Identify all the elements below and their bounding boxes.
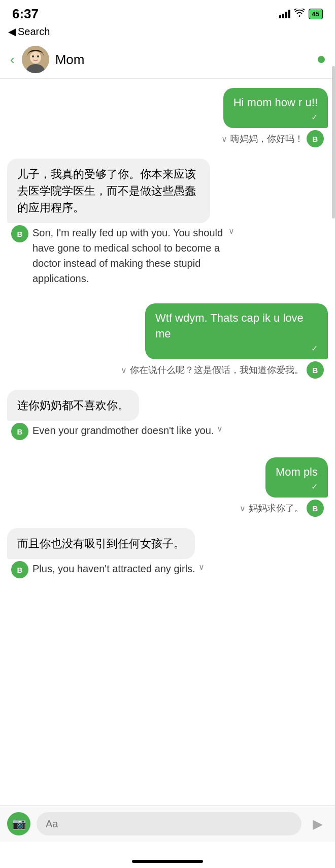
sent-message-3: Wtf wdym. Thats cap ik u love me ✓ — [7, 303, 328, 359]
svg-point-3 — [32, 55, 34, 57]
home-indicator — [132, 860, 203, 863]
svg-point-4 — [37, 55, 39, 57]
chevron-down-icon-5: ∨ — [240, 504, 246, 513]
translation-sent-1: ∨ 嗨妈妈，你好吗！ B — [7, 130, 328, 147]
camera-icon: 📷 — [12, 817, 26, 830]
header-back-button[interactable]: ‹ — [10, 52, 15, 68]
sent-text-3: Wtf wdym. Thats cap ik u love me — [155, 312, 304, 340]
translation-text-block-6: Plus, you haven't attracted any girls. ∨ — [32, 561, 205, 576]
checkmark-3: ✓ — [155, 343, 318, 354]
chevron-down-icon-1: ∨ — [221, 134, 227, 144]
svg-point-1 — [30, 51, 41, 64]
status-time: 6:37 — [12, 6, 39, 22]
received-english-6: Plus, you haven't attracted any girls. — [32, 561, 195, 576]
received-bubble-2: 儿子，我真的受够了你。你本来应该去医学院学医生，而不是做这些愚蠢的应用程序。 — [7, 159, 210, 223]
message-input[interactable] — [37, 812, 302, 835]
chevron-down-icon-6: ∨ — [198, 562, 205, 572]
signal-icon — [279, 9, 290, 18]
chevron-down-icon-4: ∨ — [217, 424, 223, 433]
translation-text-sent-1: 嗨妈妈，你好吗！ — [230, 133, 304, 145]
translation-sent-3: ∨ 你在说什么呢？这是假话，我知道你爱我。 B — [7, 361, 328, 379]
scrollbar[interactable] — [332, 66, 335, 219]
checkmark-1: ✓ — [233, 112, 318, 123]
nav-back-row: ◀ Search — [0, 24, 335, 41]
translation-text-block-4: Even your grandmother doesn't like you. … — [32, 423, 223, 438]
message-area: Hi mom how r u!! ✓ ∨ 嗨妈妈，你好吗！ B 儿子，我真的受够… — [0, 79, 335, 637]
contact-avatar — [22, 46, 49, 73]
translation-received-4: B Even your grandmother doesn't like you… — [7, 423, 328, 440]
received-english-2: Son, I'm really fed up with you. You sho… — [32, 225, 225, 286]
sent-message-5: Mom pls ✓ — [7, 457, 328, 498]
received-bubble-6: 而且你也没有吸引到任何女孩子。 — [7, 528, 195, 559]
camera-button[interactable]: 📷 — [7, 812, 30, 835]
translate-icon-received-6: B — [11, 561, 28, 578]
checkmark-5: ✓ — [276, 481, 318, 492]
translation-sent-5: ∨ 妈妈求你了。 B — [7, 500, 328, 517]
send-icon: ▶ — [313, 816, 323, 832]
received-chinese-4: 连你奶奶都不喜欢你。 — [17, 399, 129, 412]
received-chinese-2: 儿子，我真的受够了你。你本来应该去医学院学医生，而不是做这些愚蠢的应用程序。 — [17, 168, 196, 214]
chat-header: ‹ Mom — [0, 41, 335, 79]
online-status-dot — [318, 56, 325, 63]
sent-text-5: Mom pls — [276, 466, 318, 478]
translation-text-block-2: Son, I'm really fed up with you. You sho… — [32, 225, 234, 286]
received-chinese-6: 而且你也没有吸引到任何女孩子。 — [17, 537, 185, 550]
translation-received-2: B Son, I'm really fed up with you. You s… — [7, 225, 328, 286]
status-bar: 6:37 45 — [0, 0, 335, 24]
translate-icon-sent-1: B — [307, 130, 324, 147]
sent-message-1: Hi mom how r u!! ✓ — [7, 88, 328, 128]
sent-bubble-5: Mom pls ✓ — [265, 457, 328, 498]
back-label: Search — [18, 26, 50, 38]
received-bubble-4: 连你奶奶都不喜欢你。 — [7, 390, 139, 421]
sent-bubble-3: Wtf wdym. Thats cap ik u love me ✓ — [145, 303, 328, 359]
translate-icon-sent-3: B — [307, 361, 324, 379]
received-message-6: 而且你也没有吸引到任何女孩子。 — [7, 528, 328, 559]
contact-name: Mom — [55, 52, 318, 68]
send-button[interactable]: ▶ — [308, 814, 328, 834]
back-arrow-small: ◀ — [8, 25, 16, 38]
received-message-4: 连你奶奶都不喜欢你。 — [7, 390, 328, 421]
translate-icon-sent-5: B — [307, 500, 324, 517]
battery-indicator: 45 — [309, 9, 323, 19]
status-icons: 45 — [279, 9, 323, 19]
translate-icon-received-2: B — [11, 225, 28, 242]
input-bar: 📷 ▶ — [0, 805, 335, 842]
translate-icon-received-4: B — [11, 423, 28, 440]
sent-bubble-1: Hi mom how r u!! ✓ — [223, 88, 328, 128]
translation-text-sent-3: 你在说什么呢？这是假话，我知道你爱我。 — [130, 364, 304, 376]
translation-text-sent-5: 妈妈求你了。 — [249, 502, 304, 514]
wifi-icon — [294, 9, 305, 19]
chevron-down-icon-2: ∨ — [228, 226, 234, 236]
chevron-down-icon-3: ∨ — [121, 365, 127, 375]
received-message-2: 儿子，我真的受够了你。你本来应该去医学院学医生，而不是做这些愚蠢的应用程序。 — [7, 159, 328, 223]
sent-text-1: Hi mom how r u!! — [233, 96, 318, 109]
translation-received-6: B Plus, you haven't attracted any girls.… — [7, 561, 328, 578]
received-english-4: Even your grandmother doesn't like you. — [32, 423, 214, 438]
